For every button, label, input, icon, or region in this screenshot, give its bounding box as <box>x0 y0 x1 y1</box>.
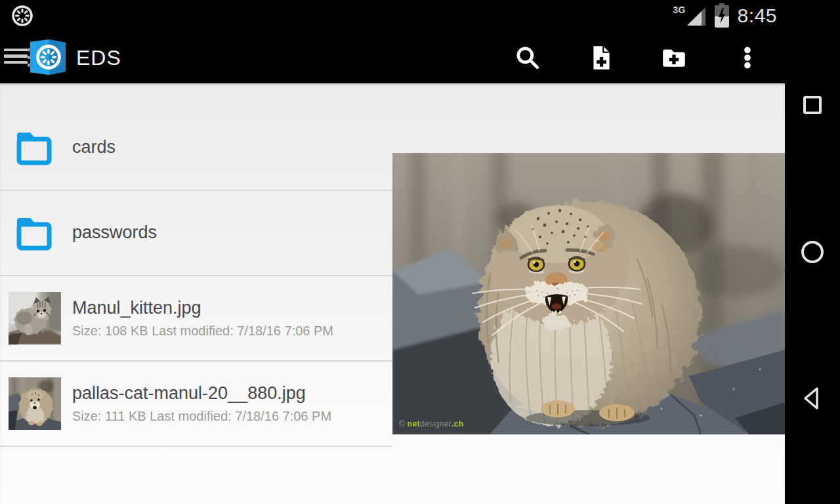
watermark: © netdesigner.ch <box>399 419 463 429</box>
preview-pane: © netdesigner.ch <box>392 83 785 504</box>
menu-button[interactable] <box>3 46 29 70</box>
file-list: cards passwords <box>0 83 392 447</box>
network-type-label: 3G <box>673 5 686 15</box>
new-folder-button[interactable] <box>658 42 690 74</box>
overflow-menu-button[interactable] <box>732 42 763 74</box>
watermark-designer: designer <box>420 419 452 429</box>
folder-name: cards <box>72 137 392 158</box>
kitten-thumbnail <box>9 292 61 345</box>
watermark-ch: .ch <box>452 419 463 429</box>
list-item-folder-passwords[interactable]: passwords <box>0 191 392 276</box>
list-item-file-manul-kitten[interactable]: Manul_kitten.jpg Size: 108 KB Last modif… <box>0 276 392 362</box>
new-file-button[interactable] <box>585 42 617 74</box>
folder-icon <box>13 213 55 251</box>
recents-square-icon <box>798 91 827 119</box>
eds-dial-notification-icon <box>9 3 35 29</box>
folder-name: passwords <box>72 222 392 243</box>
back-button[interactable] <box>798 384 827 413</box>
clock-time: 8:45 <box>738 5 777 27</box>
pallas-cat-photo <box>392 153 785 434</box>
search-icon <box>514 44 541 72</box>
home-circle-icon <box>798 238 827 266</box>
new-file-icon <box>587 44 615 72</box>
signal-strength-icon: 3G <box>673 4 706 28</box>
search-button[interactable] <box>512 42 543 74</box>
recents-button[interactable] <box>798 91 827 119</box>
folder-icon <box>13 127 55 165</box>
file-details: Size: 108 KB Last modified: 7/18/16 7:06… <box>72 324 392 339</box>
file-name: pallas-cat-manul-20__880.jpg <box>72 383 392 404</box>
pallas-cat-thumbnail <box>9 377 61 430</box>
overflow-icon <box>734 44 761 72</box>
back-triangle-icon <box>798 384 827 413</box>
eds-logo <box>28 37 68 77</box>
screen: 3G 8:45 <box>0 0 840 504</box>
image-preview[interactable]: © netdesigner.ch <box>392 153 785 434</box>
signal-triangle-icon <box>686 7 706 26</box>
page-title: EDS <box>76 46 121 70</box>
watermark-net: net <box>408 419 420 429</box>
navigation-bar <box>785 0 840 504</box>
new-folder-icon <box>660 44 688 72</box>
battery-charging-icon <box>714 3 730 28</box>
watermark-copyright: © <box>399 419 408 429</box>
list-item-file-pallas-cat[interactable]: pallas-cat-manul-20__880.jpg Size: 111 K… <box>0 362 392 447</box>
home-button[interactable] <box>798 238 827 266</box>
list-item-folder-cards[interactable]: cards <box>0 106 392 191</box>
content-area: cards passwords <box>0 83 785 504</box>
status-bar: 3G 8:45 <box>0 0 785 32</box>
app-bar: EDS <box>0 32 785 83</box>
status-right-cluster: 3G 8:45 <box>673 0 777 32</box>
file-name: Manul_kitten.jpg <box>72 298 392 318</box>
hamburger-icon <box>3 49 29 64</box>
file-details: Size: 111 KB Last modified: 7/18/16 7:06… <box>72 409 392 424</box>
